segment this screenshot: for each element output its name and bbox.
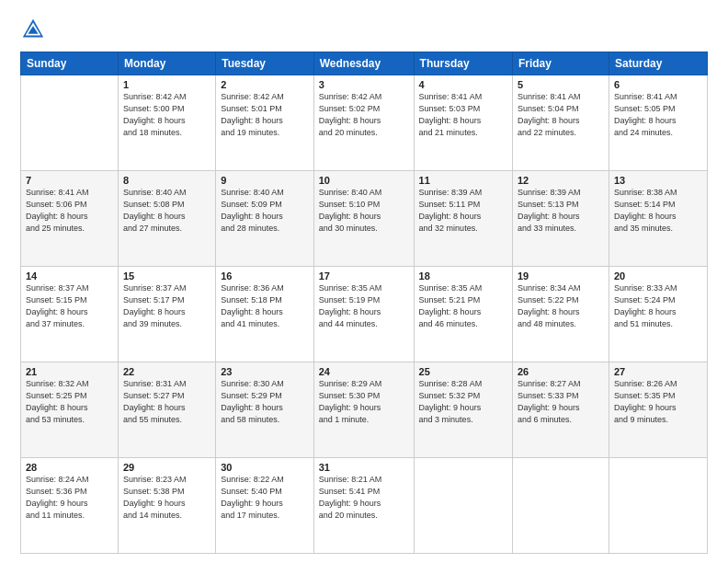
day-cell: 22Sunrise: 8:31 AMSunset: 5:27 PMDayligh… — [118, 362, 215, 458]
day-cell: 13Sunrise: 8:38 AMSunset: 5:14 PMDayligh… — [609, 171, 707, 267]
day-info: Sunrise: 8:37 AMSunset: 5:17 PMDaylight:… — [123, 282, 210, 330]
day-number: 21 — [26, 366, 113, 377]
day-info: Sunrise: 8:28 AMSunset: 5:32 PMDaylight:… — [419, 378, 507, 426]
day-number: 20 — [614, 270, 702, 282]
day-number: 1 — [123, 79, 210, 90]
day-info: Sunrise: 8:32 AMSunset: 5:25 PMDaylight:… — [26, 378, 113, 426]
column-header-monday: Monday — [118, 52, 215, 75]
day-number: 9 — [221, 175, 309, 186]
day-number: 5 — [518, 79, 604, 90]
day-cell: 26Sunrise: 8:27 AMSunset: 5:33 PMDayligh… — [512, 362, 609, 458]
day-number: 22 — [123, 366, 210, 377]
day-number: 11 — [419, 175, 507, 186]
day-number: 6 — [614, 79, 702, 90]
logo-icon — [20, 17, 46, 42]
day-number: 19 — [518, 270, 604, 282]
day-cell: 4Sunrise: 8:41 AMSunset: 5:03 PMDaylight… — [414, 75, 512, 171]
day-number: 25 — [419, 366, 507, 377]
day-info: Sunrise: 8:26 AMSunset: 5:35 PMDaylight:… — [614, 378, 702, 426]
day-cell: 20Sunrise: 8:33 AMSunset: 5:24 PMDayligh… — [609, 267, 707, 362]
day-number: 29 — [123, 462, 210, 473]
day-cell: 27Sunrise: 8:26 AMSunset: 5:35 PMDayligh… — [609, 362, 707, 458]
day-number: 10 — [319, 175, 409, 186]
column-header-tuesday: Tuesday — [216, 52, 314, 75]
day-info: Sunrise: 8:42 AMSunset: 5:02 PMDaylight:… — [319, 91, 409, 139]
day-cell — [512, 458, 609, 554]
day-info: Sunrise: 8:37 AMSunset: 5:15 PMDaylight:… — [26, 282, 113, 330]
day-info: Sunrise: 8:39 AMSunset: 5:11 PMDaylight:… — [419, 187, 507, 235]
day-number: 2 — [221, 79, 309, 90]
column-header-sunday: Sunday — [21, 52, 119, 75]
day-info: Sunrise: 8:41 AMSunset: 5:04 PMDaylight:… — [518, 91, 604, 139]
day-number: 8 — [123, 175, 210, 186]
day-cell — [609, 458, 707, 554]
day-cell — [21, 75, 119, 171]
week-row-5: 28Sunrise: 8:24 AMSunset: 5:36 PMDayligh… — [21, 458, 708, 554]
day-cell: 8Sunrise: 8:40 AMSunset: 5:08 PMDaylight… — [118, 171, 215, 267]
day-number: 23 — [221, 366, 309, 377]
day-info: Sunrise: 8:42 AMSunset: 5:01 PMDaylight:… — [221, 91, 309, 139]
day-number: 28 — [26, 462, 113, 473]
day-info: Sunrise: 8:35 AMSunset: 5:21 PMDaylight:… — [419, 282, 507, 330]
day-info: Sunrise: 8:41 AMSunset: 5:05 PMDaylight:… — [614, 91, 702, 139]
day-info: Sunrise: 8:36 AMSunset: 5:18 PMDaylight:… — [221, 282, 309, 330]
calendar-table: SundayMondayTuesdayWednesdayThursdayFrid… — [20, 52, 708, 554]
header — [20, 17, 708, 42]
day-cell: 3Sunrise: 8:42 AMSunset: 5:02 PMDaylight… — [313, 75, 414, 171]
day-number: 24 — [319, 366, 409, 377]
day-cell: 28Sunrise: 8:24 AMSunset: 5:36 PMDayligh… — [21, 458, 119, 554]
day-number: 31 — [319, 462, 409, 473]
week-row-1: 1Sunrise: 8:42 AMSunset: 5:00 PMDaylight… — [21, 75, 708, 171]
day-info: Sunrise: 8:31 AMSunset: 5:27 PMDaylight:… — [123, 378, 210, 426]
day-info: Sunrise: 8:21 AMSunset: 5:41 PMDaylight:… — [319, 474, 409, 522]
day-cell: 17Sunrise: 8:35 AMSunset: 5:19 PMDayligh… — [313, 267, 414, 362]
day-number: 13 — [614, 175, 702, 186]
day-number: 4 — [419, 79, 507, 90]
day-cell — [414, 458, 512, 554]
day-cell: 24Sunrise: 8:29 AMSunset: 5:30 PMDayligh… — [313, 362, 414, 458]
day-cell: 25Sunrise: 8:28 AMSunset: 5:32 PMDayligh… — [414, 362, 512, 458]
logo — [20, 17, 50, 42]
day-cell: 29Sunrise: 8:23 AMSunset: 5:38 PMDayligh… — [118, 458, 215, 554]
day-cell: 2Sunrise: 8:42 AMSunset: 5:01 PMDaylight… — [216, 75, 314, 171]
day-number: 18 — [419, 270, 507, 282]
day-cell: 1Sunrise: 8:42 AMSunset: 5:00 PMDaylight… — [118, 75, 215, 171]
day-cell: 21Sunrise: 8:32 AMSunset: 5:25 PMDayligh… — [21, 362, 119, 458]
day-info: Sunrise: 8:35 AMSunset: 5:19 PMDaylight:… — [319, 282, 409, 330]
day-cell: 12Sunrise: 8:39 AMSunset: 5:13 PMDayligh… — [512, 171, 609, 267]
day-info: Sunrise: 8:41 AMSunset: 5:06 PMDaylight:… — [26, 187, 113, 235]
day-info: Sunrise: 8:23 AMSunset: 5:38 PMDaylight:… — [123, 474, 210, 522]
day-cell: 9Sunrise: 8:40 AMSunset: 5:09 PMDaylight… — [216, 171, 314, 267]
day-cell: 5Sunrise: 8:41 AMSunset: 5:04 PMDaylight… — [512, 75, 609, 171]
day-cell: 10Sunrise: 8:40 AMSunset: 5:10 PMDayligh… — [313, 171, 414, 267]
week-row-2: 7Sunrise: 8:41 AMSunset: 5:06 PMDaylight… — [21, 171, 708, 267]
day-number: 27 — [614, 366, 702, 377]
day-cell: 6Sunrise: 8:41 AMSunset: 5:05 PMDaylight… — [609, 75, 707, 171]
header-row: SundayMondayTuesdayWednesdayThursdayFrid… — [21, 52, 708, 75]
day-info: Sunrise: 8:29 AMSunset: 5:30 PMDaylight:… — [319, 378, 409, 426]
day-info: Sunrise: 8:40 AMSunset: 5:10 PMDaylight:… — [319, 187, 409, 235]
day-info: Sunrise: 8:33 AMSunset: 5:24 PMDaylight:… — [614, 282, 702, 330]
page: SundayMondayTuesdayWednesdayThursdayFrid… — [0, 0, 728, 563]
day-info: Sunrise: 8:40 AMSunset: 5:09 PMDaylight:… — [221, 187, 309, 235]
day-cell: 30Sunrise: 8:22 AMSunset: 5:40 PMDayligh… — [216, 458, 314, 554]
day-number: 16 — [221, 270, 309, 282]
column-header-wednesday: Wednesday — [313, 52, 414, 75]
column-header-thursday: Thursday — [414, 52, 512, 75]
day-number: 3 — [319, 79, 409, 90]
day-info: Sunrise: 8:27 AMSunset: 5:33 PMDaylight:… — [518, 378, 604, 426]
day-info: Sunrise: 8:38 AMSunset: 5:14 PMDaylight:… — [614, 187, 702, 235]
day-info: Sunrise: 8:41 AMSunset: 5:03 PMDaylight:… — [419, 91, 507, 139]
day-cell: 15Sunrise: 8:37 AMSunset: 5:17 PMDayligh… — [118, 267, 215, 362]
day-cell: 16Sunrise: 8:36 AMSunset: 5:18 PMDayligh… — [216, 267, 314, 362]
day-cell: 7Sunrise: 8:41 AMSunset: 5:06 PMDaylight… — [21, 171, 119, 267]
day-number: 17 — [319, 270, 409, 282]
day-cell: 23Sunrise: 8:30 AMSunset: 5:29 PMDayligh… — [216, 362, 314, 458]
day-number: 14 — [26, 270, 113, 282]
day-cell: 31Sunrise: 8:21 AMSunset: 5:41 PMDayligh… — [313, 458, 414, 554]
week-row-3: 14Sunrise: 8:37 AMSunset: 5:15 PMDayligh… — [21, 267, 708, 362]
column-header-friday: Friday — [512, 52, 609, 75]
column-header-saturday: Saturday — [609, 52, 707, 75]
day-number: 7 — [26, 175, 113, 186]
day-info: Sunrise: 8:34 AMSunset: 5:22 PMDaylight:… — [518, 282, 604, 330]
